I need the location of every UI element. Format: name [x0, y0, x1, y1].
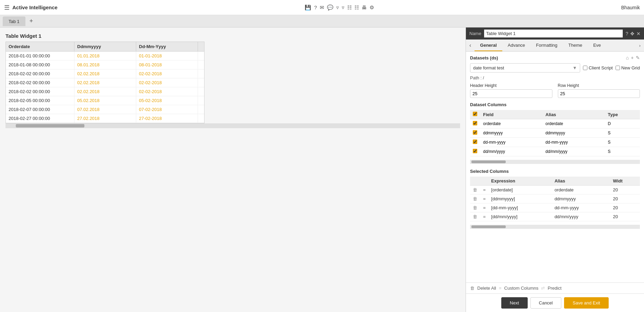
- delete-row-icon-2[interactable]: 🗑: [473, 205, 477, 210]
- predict-link[interactable]: Predict: [548, 286, 561, 291]
- panel-tab-advance[interactable]: Advance: [502, 40, 531, 51]
- dataset-dropdown[interactable]: date format test ▼: [470, 63, 580, 73]
- dataset-columns-hscroll[interactable]: [470, 160, 640, 164]
- new-grid-checkbox-item[interactable]: New Grid: [616, 65, 640, 70]
- add-tab-button[interactable]: +: [27, 18, 36, 25]
- add-dataset-icon[interactable]: +: [631, 55, 634, 60]
- panel-tab-right-arrow[interactable]: ›: [636, 40, 644, 51]
- dataset-columns-scroll[interactable]: Field Alias Type o: [470, 110, 640, 156]
- column-checkbox-0[interactable]: [473, 121, 477, 125]
- col-checkbox-cell[interactable]: [470, 129, 480, 138]
- table-cell-ddmm: 07.02.2018: [74, 105, 136, 114]
- sel-expr-cell-3: [dd/mm/yyyy]: [489, 212, 552, 221]
- panel-tab-eve[interactable]: Eve: [588, 40, 606, 51]
- sel-del-cell-1[interactable]: 🗑: [470, 194, 480, 203]
- top-bar-left: ☰ Active Intelligence: [4, 4, 58, 11]
- cancel-button[interactable]: Cancel: [530, 297, 561, 309]
- filter2-toolbar-icon[interactable]: ▿: [342, 4, 344, 11]
- filter-toolbar-icon[interactable]: ▿: [336, 4, 339, 11]
- sel-width-cell-1: 20: [610, 194, 640, 203]
- col-field-cell-2: dd-mm-yyyy: [480, 138, 543, 147]
- save-toolbar-icon[interactable]: 💾: [305, 4, 311, 11]
- col-checkbox-cell[interactable]: [470, 138, 480, 147]
- table-cell-ddmm2: 02-02-2018: [136, 78, 198, 87]
- sel-del-cell-3[interactable]: 🗑: [470, 212, 480, 221]
- dropdown-row: date format test ▼ Client Script New Gri…: [470, 63, 640, 73]
- app-title: Active Intelligence: [12, 4, 58, 10]
- panel-help-icon[interactable]: ?: [625, 31, 628, 36]
- selected-columns-hscroll[interactable]: [470, 225, 640, 229]
- widget-name-input[interactable]: [484, 30, 623, 37]
- delete-row-icon-0[interactable]: 🗑: [473, 187, 477, 192]
- sel-eq-cell-0: =: [480, 186, 489, 194]
- panel-tab-formatting[interactable]: Formatting: [530, 40, 563, 51]
- settings-toolbar-icon[interactable]: ⚙: [370, 4, 374, 11]
- delete-row-icon-3[interactable]: 🗑: [473, 214, 477, 219]
- sel-del-cell-0[interactable]: 🗑: [470, 186, 480, 194]
- edit-dataset-icon[interactable]: ✎: [636, 55, 640, 60]
- new-grid-checkbox[interactable]: [616, 66, 620, 70]
- panel-close-icon[interactable]: ✕: [636, 31, 641, 36]
- table-cell-ddmm2: 07-02-2018: [136, 105, 198, 114]
- panel-tab-general[interactable]: General: [475, 40, 502, 51]
- home-icon[interactable]: ⌂: [626, 55, 629, 60]
- table-toolbar-icon[interactable]: ☷: [354, 4, 359, 11]
- custom-columns-link[interactable]: Custom Columns: [504, 286, 539, 291]
- dataset-column-row: orderdate orderdate D: [470, 119, 640, 129]
- type-col-header: Type: [605, 110, 640, 119]
- help-toolbar-icon[interactable]: ?: [314, 4, 317, 10]
- hamburger-icon[interactable]: ☰: [4, 4, 10, 11]
- mail-toolbar-icon[interactable]: ✉: [320, 4, 324, 11]
- comment-toolbar-icon[interactable]: 💬: [327, 4, 333, 11]
- column-checkbox-3[interactable]: [473, 149, 477, 153]
- save-exit-button[interactable]: Save and Exit: [564, 297, 609, 309]
- table-cell-ddmm2: 08-01-2018: [136, 60, 198, 69]
- delete-all-link[interactable]: Delete All: [477, 286, 496, 291]
- column-checkbox-1[interactable]: [473, 130, 477, 135]
- table-rows: 2018-01-01 00:00:00 01.01.2018 01-01-201…: [6, 52, 204, 123]
- col-checkbox-cell[interactable]: [470, 119, 480, 129]
- tab-1[interactable]: Tab 1: [3, 16, 25, 26]
- table-row: 2018-01-01 00:00:00 01.01.2018 01-01-201…: [6, 52, 204, 60]
- grid-toolbar-icon[interactable]: ☷: [347, 4, 352, 11]
- delete-row-icon-1[interactable]: 🗑: [473, 196, 477, 201]
- width-text-3: 20: [613, 214, 618, 219]
- column-checkbox-2[interactable]: [473, 140, 477, 144]
- header-height-group: Header Height: [470, 83, 552, 98]
- sel-alias-cell-0: orderdate: [552, 186, 610, 194]
- select-all-checkbox[interactable]: [473, 112, 477, 116]
- dataset-column-row: dd-mm-yyyy dd-mm-yyyy S: [470, 138, 640, 147]
- width-text-1: 20: [613, 196, 618, 201]
- table-scrollbar-h-thumb: [16, 124, 84, 127]
- table-scrollbar-h[interactable]: [5, 123, 460, 128]
- col-checkbox-cell[interactable]: [470, 147, 480, 156]
- table-cell-date: 2018-02-07 00:00:00: [6, 105, 74, 114]
- expr-text-0: [orderdate]: [491, 187, 513, 192]
- dataset-columns-title: Dataset Columns: [470, 102, 640, 107]
- monitor-toolbar-icon[interactable]: 🖶: [362, 4, 367, 10]
- client-script-checkbox[interactable]: [583, 66, 587, 70]
- col-field-cell-0: orderdate: [480, 119, 543, 129]
- sel-del-cell-2[interactable]: 🗑: [470, 203, 480, 212]
- row-height-input[interactable]: [558, 89, 640, 98]
- header-height-input[interactable]: [470, 89, 552, 98]
- panel-tab-left-arrow[interactable]: ‹: [466, 40, 475, 51]
- client-script-label: Client Script: [589, 65, 613, 70]
- selected-column-row: 🗑 = [dd-mm-yyyy] dd-mm-yyyy 20: [470, 203, 640, 212]
- next-button[interactable]: Next: [501, 297, 528, 309]
- header-height-label: Header Height: [470, 83, 552, 88]
- right-panel: Name ? ✥ ✕ ‹ General Advance Formatting …: [466, 27, 644, 312]
- width-col-header: Widt: [610, 177, 640, 186]
- table-cell-date: 2018-02-02 00:00:00: [6, 69, 74, 78]
- panel-header: Name ? ✥ ✕: [466, 27, 644, 40]
- selected-columns-scroll[interactable]: Expression Alias Widt 🗑 = [o: [470, 177, 640, 221]
- col-field-cell-1: ddmmyyyy: [480, 129, 543, 138]
- client-script-checkbox-item[interactable]: Client Script: [583, 65, 613, 70]
- panel-move-icon[interactable]: ✥: [630, 31, 634, 36]
- table-cell-ddmm2: 02-02-2018: [136, 87, 198, 96]
- del-col-header: [470, 177, 480, 186]
- selected-columns-body: 🗑 = [orderdate] orderdate 20 🗑 = [ddmmyy…: [470, 186, 640, 221]
- table-cell-ddmm2: 27-02-2018: [136, 114, 198, 123]
- selected-columns-title: Selected Columns: [470, 169, 640, 174]
- panel-tab-theme[interactable]: Theme: [563, 40, 587, 51]
